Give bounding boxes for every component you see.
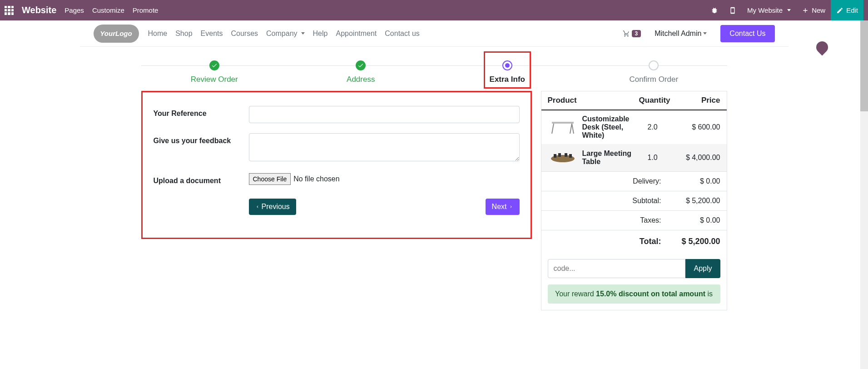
reference-label: Your Reference: [154, 106, 249, 118]
summary-item: Large Meeting Table 1.0 $ 4,000.00: [541, 144, 727, 171]
item-price: $ 4,000.00: [675, 154, 720, 162]
new-label: New: [812, 6, 825, 14]
product-image: [548, 149, 578, 167]
feedback-label: Give us your feedback: [154, 133, 249, 145]
nav-courses[interactable]: Courses: [231, 30, 258, 38]
nav-contact[interactable]: Contact us: [385, 30, 419, 38]
admin-right: My Website New Edit: [705, 0, 863, 20]
col-price: Price: [670, 96, 720, 105]
item-name: Large Meeting Table: [582, 150, 643, 166]
nav-help[interactable]: Help: [313, 30, 328, 38]
nav-events[interactable]: Events: [201, 30, 223, 38]
svg-line-1: [552, 124, 554, 134]
item-price: $ 600.00: [675, 123, 720, 131]
app-brand[interactable]: Website: [22, 5, 56, 15]
step-review-order[interactable]: Review Order: [141, 60, 288, 84]
feedback-textarea[interactable]: [249, 133, 520, 161]
user-menu[interactable]: Mitchell Admin: [655, 30, 707, 38]
edit-label: Edit: [846, 6, 858, 14]
apply-button[interactable]: Apply: [685, 259, 720, 278]
menu-customize[interactable]: Customize: [92, 6, 124, 14]
caret-down-icon: [301, 32, 305, 35]
my-website-dropdown[interactable]: My Website: [742, 0, 796, 20]
next-button[interactable]: Next: [486, 199, 520, 215]
summary-taxes: Taxes: $ 0.00: [541, 210, 727, 230]
admin-bar: Website Pages Customize Promote My Websi…: [0, 0, 868, 20]
step-confirm-order[interactable]: Confirm Order: [580, 60, 727, 84]
item-qty: 1.0: [648, 154, 670, 162]
edit-button[interactable]: Edit: [831, 0, 863, 20]
admin-left: Website Pages Customize Promote: [5, 5, 158, 15]
svg-rect-6: [558, 153, 561, 157]
step-extra-info[interactable]: Extra Info: [434, 60, 581, 84]
reward-banner: Your reward 15.0% discount on total amou…: [548, 284, 720, 304]
summary-delivery: Delivery: $ 0.00: [541, 171, 727, 191]
new-button[interactable]: New: [796, 0, 831, 20]
summary-header: Product Quantity Price: [541, 91, 727, 110]
content: Review Order Address Extra Info Confirm …: [128, 60, 741, 329]
svg-rect-0: [552, 122, 574, 124]
my-website-label: My Website: [747, 6, 783, 14]
svg-line-3: [570, 124, 572, 134]
bug-icon[interactable]: [705, 0, 724, 20]
extra-info-form: Your Reference Give us your feedback Upl…: [141, 91, 532, 239]
product-image: [548, 118, 578, 136]
nav-company[interactable]: Company: [266, 30, 304, 38]
menu-pages[interactable]: Pages: [64, 6, 84, 14]
choose-file-button[interactable]: Choose File: [249, 173, 291, 185]
contact-us-button[interactable]: Contact Us: [720, 25, 774, 42]
summary-total: Total: $ 5,200.00: [541, 230, 727, 253]
col-qty: Quantity: [634, 96, 670, 105]
mobile-icon[interactable]: [724, 0, 742, 20]
col-product: Product: [548, 96, 634, 105]
item-qty: 2.0: [648, 123, 670, 131]
logo[interactable]: YourLogo: [94, 25, 139, 43]
summary-item: Customizable Desk (Steel, White) 2.0 $ 6…: [541, 110, 727, 144]
menu-promote[interactable]: Promote: [133, 6, 159, 14]
caret-down-icon: [703, 32, 707, 35]
apps-icon[interactable]: [5, 6, 14, 15]
nav-appointment[interactable]: Appointment: [336, 30, 377, 38]
svg-rect-5: [554, 154, 556, 158]
svg-rect-8: [569, 154, 572, 158]
drop-indicator-icon: [814, 39, 831, 56]
scrollbar[interactable]: [860, 20, 868, 329]
previous-button[interactable]: Previous: [249, 199, 296, 215]
checkout-wizard: Review Order Address Extra Info Confirm …: [141, 60, 727, 84]
nav-home[interactable]: Home: [148, 30, 168, 38]
nav-shop[interactable]: Shop: [175, 30, 192, 38]
step-address[interactable]: Address: [288, 60, 434, 84]
svg-rect-7: [565, 153, 567, 157]
cart-badge: 3: [632, 30, 641, 37]
cart-button[interactable]: 3: [623, 30, 641, 37]
promo-code-input[interactable]: [548, 259, 686, 278]
promo-code-row: Apply: [541, 253, 727, 284]
order-summary: Product Quantity Price Customizable Desk…: [541, 91, 727, 310]
site-nav: YourLogo Home Shop Events Courses Compan…: [80, 20, 789, 47]
summary-subtotal: Subtotal: $ 5,200.00: [541, 191, 727, 210]
file-status: No file chosen: [293, 175, 339, 183]
svg-line-2: [572, 124, 574, 134]
upload-label: Upload a document: [154, 173, 249, 185]
nav-right: 3 Mitchell Admin Contact Us: [623, 25, 775, 42]
caret-down-icon: [787, 9, 791, 11]
item-name: Customizable Desk (Steel, White): [582, 115, 643, 140]
nav-links: Home Shop Events Courses Company Help Ap…: [148, 30, 420, 38]
reference-input[interactable]: [249, 106, 520, 123]
